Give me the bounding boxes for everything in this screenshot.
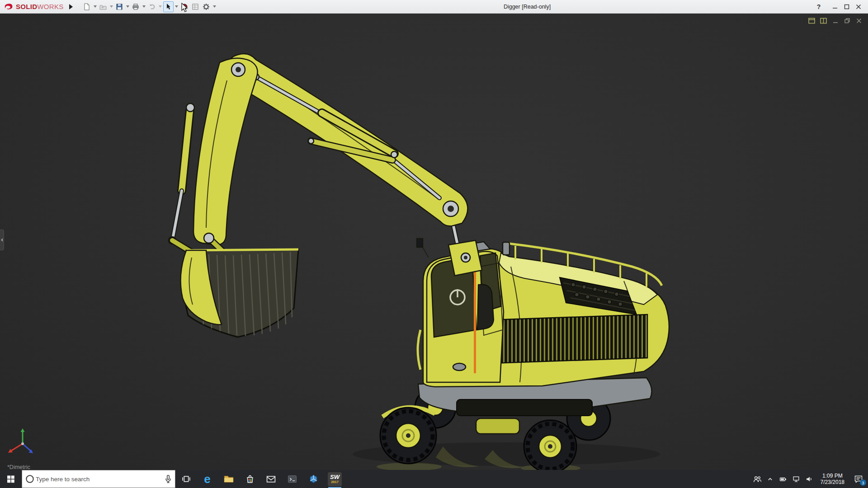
- undo-icon: [148, 3, 156, 10]
- wing-mirror: [417, 239, 423, 247]
- notification-badge: 3: [860, 479, 866, 486]
- pinned-apps: e: [175, 470, 345, 488]
- tray-time: 1:09 PM: [822, 473, 843, 479]
- excavator-model[interactable]: [169, 54, 669, 470]
- print-dropdown-arrow[interactable]: [142, 1, 146, 12]
- taskbar-search[interactable]: [22, 470, 175, 488]
- minimize-button[interactable]: [829, 0, 841, 14]
- taskbar-clock[interactable]: 1:09 PM 7/23/2018: [816, 473, 849, 485]
- undo-button[interactable]: [147, 1, 157, 12]
- windows-taskbar: e: [0, 470, 868, 488]
- doc-minimize-button[interactable]: [831, 17, 839, 24]
- maximize-icon: [844, 4, 849, 9]
- action-center-button[interactable]: 3: [849, 470, 868, 488]
- select-dropdown-arrow[interactable]: [174, 1, 179, 12]
- save-dropdown-arrow[interactable]: [125, 1, 130, 12]
- grab-rail: [418, 330, 420, 370]
- orientation-triad: [7, 427, 46, 460]
- doc-restore-button[interactable]: [843, 17, 851, 24]
- microphone-icon[interactable]: [163, 474, 173, 484]
- solidworks-2017-icon: SW 2017: [328, 472, 342, 486]
- bucket[interactable]: [181, 249, 299, 337]
- print-icon: [132, 3, 139, 10]
- file-explorer-button[interactable]: [218, 470, 239, 488]
- battery-button[interactable]: [777, 470, 790, 488]
- boom-mount[interactable]: [448, 240, 482, 276]
- print-button[interactable]: [131, 1, 141, 12]
- network-button[interactable]: [790, 470, 803, 488]
- solidworks-app-button[interactable]: SW 2017: [324, 470, 345, 488]
- window-controls: ?: [813, 0, 864, 14]
- edge-icon: e: [204, 473, 210, 485]
- volume-icon: [805, 475, 813, 483]
- file-explorer-icon: [223, 474, 234, 484]
- new-dropdown-arrow[interactable]: [93, 1, 98, 12]
- search-input[interactable]: [35, 475, 163, 483]
- new-document-button[interactable]: [82, 1, 92, 12]
- store-button[interactable]: [239, 470, 260, 488]
- exhaust: [503, 242, 509, 255]
- properties-button[interactable]: [190, 1, 201, 12]
- brand-text: SOLIDWORKS: [16, 3, 64, 10]
- select-arrow-icon: [165, 3, 172, 10]
- pane-split-left-icon[interactable]: [808, 17, 816, 24]
- brand-works: WORKS: [37, 3, 63, 10]
- new-document-icon: [83, 3, 90, 10]
- open-dropdown-arrow[interactable]: [109, 1, 114, 12]
- brand-solid: SOLID: [16, 3, 37, 10]
- edge-button[interactable]: e: [197, 470, 218, 488]
- store-bag-icon: [245, 474, 255, 484]
- undo-dropdown-arrow[interactable]: [158, 1, 163, 12]
- stick-arm[interactable]: [169, 58, 258, 267]
- help-button[interactable]: ?: [813, 0, 825, 14]
- task-view-icon: [181, 474, 191, 484]
- boom-arm[interactable]: [223, 54, 468, 249]
- operator-seat: [477, 284, 494, 330]
- pane-split-right-icon[interactable]: [820, 17, 827, 24]
- windows-logo-icon: [6, 474, 15, 483]
- tray-overflow-button[interactable]: [764, 470, 777, 488]
- battery-icon: [779, 476, 788, 483]
- model-canvas[interactable]: [0, 14, 868, 470]
- appearance-button[interactable]: [179, 1, 190, 12]
- options-dropdown-arrow[interactable]: [212, 1, 217, 12]
- close-icon: [856, 4, 861, 9]
- options-gear-icon: [203, 3, 210, 10]
- console-app-button[interactable]: [282, 470, 303, 488]
- open-icon: [99, 3, 107, 10]
- task-view-button[interactable]: [175, 470, 197, 488]
- edrawings-button[interactable]: [303, 470, 324, 488]
- select-tool-button[interactable]: [163, 1, 174, 12]
- document-window-controls: [808, 17, 863, 24]
- cab-orange-pole: [474, 267, 476, 373]
- system-tray: 1:09 PM 7/23/2018 3: [750, 470, 868, 488]
- titlebar: SOLIDWORKS: [0, 0, 868, 14]
- tray-date: 7/23/2018: [821, 479, 844, 485]
- open-button[interactable]: [98, 1, 108, 12]
- minimize-icon: [832, 4, 838, 9]
- volume-button[interactable]: [803, 470, 816, 488]
- console-window-icon: [287, 474, 297, 484]
- close-button[interactable]: [853, 0, 864, 14]
- mail-icon: [266, 474, 276, 484]
- graphics-area[interactable]: *Dimetric: [0, 14, 868, 470]
- chevron-up-icon: [767, 476, 774, 483]
- people-icon: [753, 475, 761, 483]
- save-icon: [116, 3, 123, 10]
- quick-access-toolbar: [82, 1, 217, 12]
- network-icon: [792, 475, 800, 483]
- start-button[interactable]: [0, 470, 22, 488]
- doc-close-button[interactable]: [855, 17, 863, 24]
- flyout-expand-icon[interactable]: [69, 4, 73, 9]
- panel-collapse-tab[interactable]: [0, 230, 4, 250]
- solidworks-logo: SOLIDWORKS: [0, 2, 66, 12]
- people-button[interactable]: [750, 470, 764, 488]
- view-orientation-label: *Dimetric: [7, 464, 30, 470]
- dassault-logo-icon: [4, 2, 14, 12]
- maximize-button[interactable]: [841, 0, 853, 14]
- mail-button[interactable]: [260, 470, 282, 488]
- save-button[interactable]: [114, 1, 125, 12]
- options-button[interactable]: [201, 1, 212, 12]
- edrawings-cube-icon: [308, 474, 319, 484]
- appearance-icon: [181, 3, 188, 10]
